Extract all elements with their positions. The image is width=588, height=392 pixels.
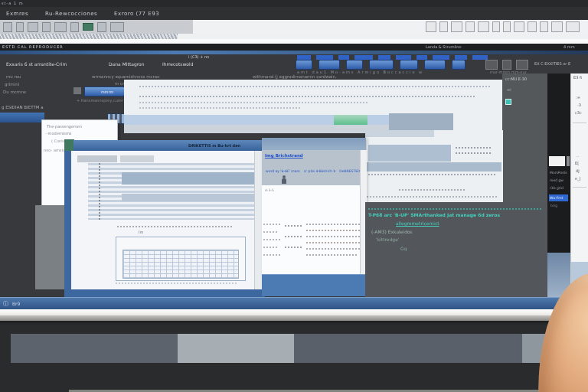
taskbar-label[interactable]: Br9 xyxy=(12,301,20,306)
designer-table[interactable] xyxy=(88,163,263,220)
blue-button[interactable] xyxy=(452,60,466,70)
dialog-mid-line xyxy=(285,247,303,248)
designer-titlebar[interactable]: DRIKETTIS m Bu-krt den xyxy=(74,140,265,151)
toolbar-icon[interactable] xyxy=(540,21,548,32)
strip-glyph[interactable]: E[ xyxy=(575,161,579,165)
toolbar-icon[interactable] xyxy=(439,21,448,32)
table-subheader-block xyxy=(122,194,263,201)
active-tab[interactable]: mmrm xyxy=(84,87,130,96)
toolbar-icon[interactable] xyxy=(566,21,580,32)
strip-glyph[interactable]: -3 xyxy=(577,103,581,107)
palette-item[interactable]: The-passengersen xyxy=(47,124,82,129)
toolbar-icon[interactable] xyxy=(54,22,67,32)
gray-button[interactable] xyxy=(485,60,498,70)
strip-glyph[interactable]: e_] xyxy=(575,176,581,181)
blue-button[interactable] xyxy=(369,60,394,70)
dialog-label-line xyxy=(263,224,280,225)
panel-text-line xyxy=(456,147,491,149)
toolbar-icon[interactable] xyxy=(110,22,124,32)
designer-caption-line xyxy=(117,226,232,227)
dock-item[interactable]: r3b grid xyxy=(550,186,564,190)
toolbar-icon[interactable] xyxy=(70,22,79,32)
dialog-top-band[interactable] xyxy=(262,138,366,150)
dialog-list-row[interactable] xyxy=(306,254,358,256)
panel-slate-band xyxy=(365,162,501,172)
dialog-header-link[interactable]: Img Brichstrand xyxy=(265,153,303,158)
toolbar-icon[interactable] xyxy=(28,22,38,32)
ide-menu-item[interactable]: Dana Mittagron xyxy=(109,61,145,67)
toolbar-icon[interactable] xyxy=(478,21,489,32)
gray-button[interactable] xyxy=(516,60,528,70)
dialog-list-row[interactable] xyxy=(306,242,361,243)
toolbar-icon[interactable] xyxy=(503,21,511,32)
dialog-list-row[interactable] xyxy=(306,230,360,231)
dock-item[interactable]: MorsPosts xyxy=(550,171,567,175)
dialog-list-row[interactable] xyxy=(306,236,363,237)
strip-glyph[interactable]: c3c xyxy=(575,110,582,115)
person-icon xyxy=(282,175,286,184)
dialog-list-row[interactable] xyxy=(306,248,363,250)
terminal-panel[interactable]: T-P68 arc 'B-UP' SMArthanked Jat manage … xyxy=(365,202,547,297)
blue-button[interactable] xyxy=(424,60,446,70)
menu-bar: Exmres Ru-Rewcocciones Exroro (77 E93 xyxy=(0,7,588,20)
status-left-text: i (C3) + nn xyxy=(188,54,209,59)
palette-item[interactable]: --modernisms xyxy=(45,131,71,136)
right-white-strip: E3 6 := -3 c3c .. E[ 4J e_] xyxy=(570,74,588,297)
gray-swatch[interactable] xyxy=(567,156,570,166)
menu-item[interactable]: Ru-Rewcocciones xyxy=(45,11,97,17)
toolbar-icon[interactable] xyxy=(514,21,524,32)
selected-code-line[interactable] xyxy=(124,115,389,125)
photo-of-monitor: st-a 1 m Exmres Ru-Rewcocciones Exroro (… xyxy=(0,0,588,392)
strip-glyph[interactable]: E3 6 xyxy=(573,75,582,80)
taskbar[interactable]: ⓘ Br9 xyxy=(0,297,588,309)
toolbar-icon[interactable] xyxy=(16,22,24,32)
strip-divider xyxy=(573,187,586,188)
blue-button[interactable] xyxy=(346,60,363,70)
code-line xyxy=(139,86,492,87)
taskbar-icon[interactable]: ⓘ xyxy=(3,300,8,308)
toolbar-icon[interactable] xyxy=(492,21,500,32)
toolbar-icon[interactable] xyxy=(528,21,537,32)
record-icon[interactable] xyxy=(83,23,93,31)
blue-button-row xyxy=(296,60,466,70)
gray-block xyxy=(35,205,66,289)
toolbar-icon[interactable] xyxy=(551,21,563,32)
ide-window: ESTD CAL REPRODUCER Landa & Strumline 4 … xyxy=(0,44,588,297)
dock-item[interactable]: med gw xyxy=(550,178,564,182)
dock-selected-label: Wu-Fmt xyxy=(549,196,564,200)
toolbar-icon[interactable] xyxy=(3,22,12,32)
dialog-link[interactable]: word ay '6-AF' mars xyxy=(266,169,300,173)
right-light-panel xyxy=(365,130,503,205)
designer-tool-chip[interactable] xyxy=(77,155,117,162)
toolbar-icon[interactable] xyxy=(466,21,475,32)
ide-menu-item[interactable]: Exxaris 6 st arrantite-Crim xyxy=(6,61,67,67)
dialog-link[interactable]: cr p16 4-Bietrich b xyxy=(304,169,336,173)
menu-item[interactable]: Exroro (77 E93 xyxy=(114,11,159,17)
white-swatch[interactable] xyxy=(549,156,565,166)
toolbar-icon[interactable] xyxy=(451,21,462,32)
toolbar xyxy=(0,20,588,34)
dialog-list-row[interactable] xyxy=(306,224,363,225)
panel-text-line xyxy=(367,196,498,198)
menu-item[interactable]: Exmres xyxy=(6,11,28,17)
code-editor[interactable] xyxy=(124,80,502,133)
nested-form-outline[interactable] xyxy=(116,237,246,281)
ide-menu-item[interactable]: Ihrrecotswold xyxy=(162,61,193,67)
blue-button[interactable] xyxy=(318,60,340,70)
toolbar-icon[interactable] xyxy=(97,22,106,32)
teal-indicator[interactable] xyxy=(505,99,511,105)
strip-glyph[interactable]: 4J xyxy=(576,168,580,173)
dock-selected-item[interactable]: Wu-Fmt xyxy=(549,194,568,201)
nested-grid xyxy=(122,250,239,279)
blue-block-field[interactable] xyxy=(0,113,44,122)
toolbar-icon[interactable] xyxy=(42,22,51,32)
toolbar-icon[interactable] xyxy=(426,21,436,32)
blue-button[interactable] xyxy=(296,60,312,70)
gray-button[interactable] xyxy=(502,60,511,70)
blue-button[interactable] xyxy=(400,60,418,70)
ide-titlebar[interactable]: ESTD CAL REPRODUCER Landa & Strumline 4 … xyxy=(0,44,588,51)
terminal-line: 'kittredge' xyxy=(376,237,399,242)
strip-glyph[interactable]: := xyxy=(576,95,580,100)
strip-glyph[interactable]: .. xyxy=(577,153,579,158)
designer-tool-chip[interactable] xyxy=(120,155,154,162)
